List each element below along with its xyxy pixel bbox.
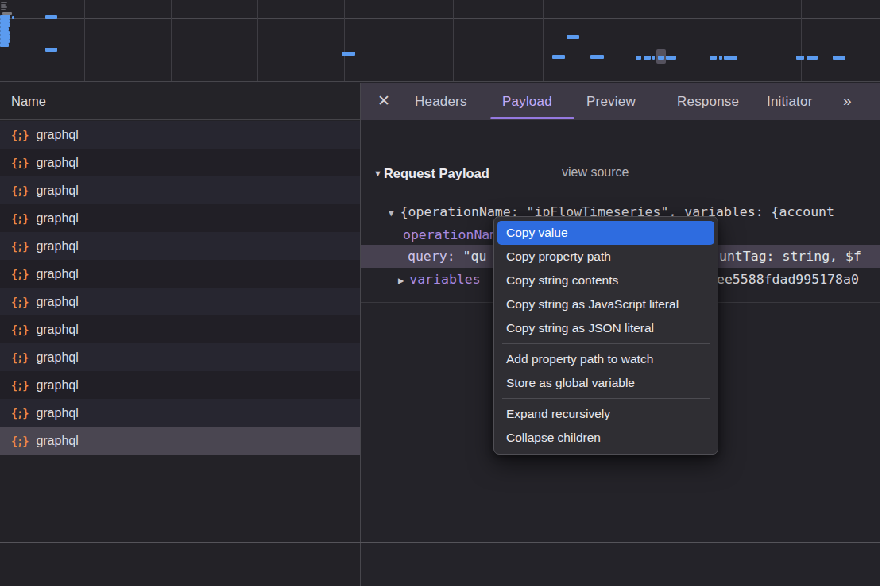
json-braces-icon: {;} [11,184,28,197]
active-tab-indicator [490,117,574,119]
request-row[interactable]: {;}graphql [0,371,360,399]
overview-gridline [171,0,172,82]
json-braces-icon: {;} [11,157,28,169]
more-tabs-icon[interactable]: » [843,83,849,120]
request-name-label: graphql [36,267,78,281]
section-expander-icon[interactable]: ▼ [373,168,382,178]
overview-gridline [543,0,544,82]
view-source-link[interactable]: view source [562,165,629,180]
request-row[interactable]: {;}graphql [0,315,360,343]
menu-item-copy-string-contents[interactable]: Copy string contents [497,269,714,292]
json-braces-icon: {;} [11,296,28,308]
request-name-label: graphql [36,434,78,448]
tab-headers[interactable]: Headers [415,83,467,120]
variables-expander-icon[interactable]: ▶ [398,275,404,286]
section-title: Request Payload [384,166,489,181]
devtools-window: Name {;}graphql{;}graphql{;}graphql{;}gr… [0,0,882,588]
overview-bar [796,56,804,60]
overview-bar [1,2,7,3]
overview-bar [1,9,6,10]
menu-item-copy-string-as-javascript-literal[interactable]: Copy string as JavaScript literal [497,292,714,316]
root-expander-icon[interactable]: ▼ [389,208,394,219]
request-name-label: graphql [36,184,78,198]
overview-gridline [257,0,258,82]
menu-item-expand-recursively[interactable]: Expand recursively [497,402,714,426]
menu-item-copy-property-path[interactable]: Copy property path [497,245,714,269]
overview-bar [666,56,676,60]
menu-divider [502,343,710,344]
request-row[interactable]: {;}graphql [0,343,360,371]
menu-item-collapse-children[interactable]: Collapse children [497,426,714,450]
json-braces-icon: {;} [11,323,28,336]
variables-row[interactable]: ▶variables [398,268,481,291]
property-key: query: [408,249,463,264]
request-payload-header[interactable]: ▼ Request Payload [373,164,489,182]
request-row[interactable]: {;}graphql [0,232,360,260]
context-menu: Copy valueCopy property pathCopy string … [493,216,718,455]
json-braces-icon: {;} [11,129,28,141]
overview-bar [724,56,737,60]
overview-bar [1,6,7,8]
overview-bar [807,56,818,60]
footer-divider [0,542,880,543]
request-row[interactable]: {;}graphql [0,399,360,427]
property-value-fragment: "qu [463,249,487,264]
overview-bar [833,56,845,60]
request-row[interactable]: {;}graphql [0,288,360,315]
overview-gridline [714,0,714,82]
overview-bar [652,56,655,60]
overview-bar [719,56,722,60]
request-row[interactable]: {;}graphql [0,121,360,149]
menu-item-add-property-path-to-watch[interactable]: Add property path to watch [497,347,714,371]
request-row[interactable]: {;}graphql [0,427,360,455]
overview-bar [552,55,565,59]
overview-gridline [344,0,345,82]
property-key: variables [409,272,480,287]
detail-tab-bar: ✕ HeadersPayloadPreviewResponseInitiator… [361,83,880,120]
overview-bar [636,56,641,60]
overview-bar [644,56,651,60]
overview-bar [710,56,717,60]
request-name-label: graphql [36,211,78,226]
tab-response[interactable]: Response [677,83,739,120]
request-name-label: graphql [36,295,78,309]
overview-bar [45,48,57,52]
network-overview-timeline[interactable] [0,0,880,82]
menu-item-store-as-global-variable[interactable]: Store as global variable [497,371,714,395]
overview-bar [567,35,579,39]
request-name-label: graphql [36,239,78,253]
request-name-label: graphql [36,128,78,142]
request-name-label: graphql [36,378,78,393]
overview-horizontal-gridline [0,18,880,19]
overview-bar [0,43,9,47]
overview-gridline [629,0,629,82]
json-braces-icon: {;} [11,435,28,447]
request-rows: {;}graphql{;}graphql{;}graphql{;}graphql… [0,121,360,455]
overview-bar [45,15,57,19]
variables-value-right-fragment: ee5588fdad995178a0 [717,268,859,291]
query-row[interactable]: query: "qu [408,245,486,268]
overview-bar [590,55,604,59]
request-list-panel: Name {;}graphql{;}graphql{;}graphql{;}gr… [0,83,360,586]
menu-item-copy-string-as-json-literal[interactable]: Copy string as JSON literal [497,316,714,340]
overview-highlighted-bar [658,56,664,60]
overview-bar [342,52,355,56]
request-name-label: graphql [36,156,78,170]
request-row[interactable]: {;}graphql [0,176,360,204]
name-column-header[interactable]: Name [0,83,360,120]
menu-item-copy-value[interactable]: Copy value [497,221,714,245]
overview-gridline [801,0,802,82]
request-row[interactable]: {;}graphql [0,149,360,176]
tab-preview[interactable]: Preview [586,83,636,120]
query-value-right-fragment: untTag: string, $f [719,245,861,268]
request-row[interactable]: {;}graphql [0,260,360,288]
json-braces-icon: {;} [11,351,28,364]
json-braces-icon: {;} [11,268,28,280]
tab-payload[interactable]: Payload [502,83,552,120]
close-icon[interactable]: ✕ [375,92,393,110]
overview-bar [12,16,14,19]
tab-initiator[interactable]: Initiator [767,83,813,120]
json-braces-icon: {;} [11,240,28,253]
request-row[interactable]: {;}graphql [0,204,360,232]
menu-divider [502,398,710,399]
